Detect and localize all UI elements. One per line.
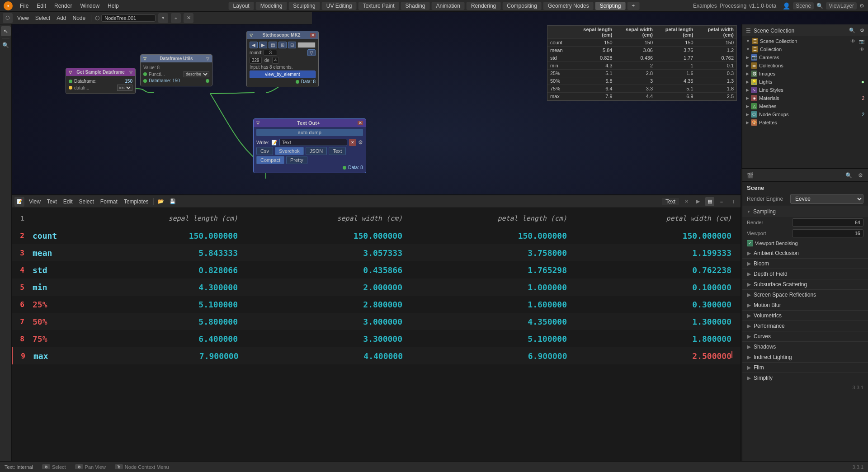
te-view-list[interactable]: ≡ <box>717 197 726 206</box>
textout-tab-sverchok[interactable]: Sverchok <box>275 147 304 155</box>
node-steth-close[interactable]: ✕ <box>310 33 316 38</box>
nodetree-close-btn[interactable]: ✕ <box>184 13 193 23</box>
ws-modeling[interactable]: Modeling <box>256 2 287 10</box>
ws-uv[interactable]: UV Editing <box>322 2 357 10</box>
ws-layout[interactable]: Layout <box>229 2 254 10</box>
node-get-sample-header[interactable]: ▽ Get Sample Dataframe ▽ <box>66 68 135 76</box>
te-select-menu[interactable]: Select <box>77 198 96 205</box>
nodetree-name-input[interactable] <box>101 14 156 22</box>
outliner-lights[interactable]: ▶ 💡 Lights ● <box>742 78 868 86</box>
steth-filter-btn[interactable]: ▽ <box>307 49 316 56</box>
te-format-menu[interactable]: Format <box>99 198 119 205</box>
textout-tab-json[interactable]: JSON <box>306 147 327 155</box>
textout-settings-btn[interactable]: ⚙ <box>358 139 363 146</box>
node-dfu-func-select[interactable]: describe <box>184 71 209 77</box>
collection-label[interactable]: Collection <box>760 47 782 52</box>
curves-section[interactable]: ▶ Curves <box>742 331 868 341</box>
view-menu[interactable]: View <box>15 15 31 21</box>
steth-btn-4[interactable]: ⊞ <box>278 42 287 48</box>
menu-render[interactable]: Render <box>51 2 75 10</box>
te-view-grid[interactable]: ▤ <box>705 197 714 206</box>
select-tool[interactable]: ↖ <box>1 26 11 36</box>
volumetrics-section[interactable]: ▶ Volumetrics <box>742 310 868 321</box>
steth-btn-2[interactable]: ▶ <box>259 42 267 48</box>
te-run-icon[interactable]: ▶ <box>693 197 703 206</box>
indirect-lighting-section[interactable]: ▶ Indirect Lighting <box>742 352 868 362</box>
render-engine-select[interactable]: Eevee Cycles <box>790 194 863 204</box>
search-icon[interactable]: 🔍 <box>816 3 823 9</box>
outliner-collections[interactable]: ▶ ☰ Collections <box>742 61 868 70</box>
ws-scripting[interactable]: Scripting <box>595 2 626 10</box>
render-value[interactable]: 64 <box>792 218 863 227</box>
ws-animation[interactable]: Animation <box>432 2 465 10</box>
scene-select[interactable]: Scene <box>793 2 814 9</box>
props-type-btn[interactable]: 🎬 <box>745 170 755 180</box>
outliner-images[interactable]: ▶ 🖼 Images <box>742 70 868 78</box>
ws-shading[interactable]: Shading <box>401 2 429 10</box>
outliner-meshes[interactable]: ▶ △ Meshes <box>742 102 868 110</box>
ws-geometry[interactable]: Geometry Nodes <box>543 2 594 10</box>
shadows-section[interactable]: ▶ Shadows <box>742 341 868 352</box>
ambient-occlusion-section[interactable]: ▶ Ambient Occlusion <box>742 248 868 258</box>
te-close-icon[interactable]: ✕ <box>682 197 691 206</box>
motion-blur-section[interactable]: ▶ Motion Blur <box>742 300 868 310</box>
nodetree-new-btn[interactable]: + <box>171 13 181 23</box>
textout-format-compact[interactable]: Compact <box>256 156 284 164</box>
processing-btn[interactable]: Processing <box>720 3 746 9</box>
node-menu[interactable]: Node <box>71 15 88 21</box>
te-view-text[interactable]: T <box>729 197 738 206</box>
steth-view-btn[interactable]: view_by_element <box>250 71 316 78</box>
textout-tab-csv[interactable]: Csv <box>256 147 273 155</box>
te-type-btn[interactable]: 📝 <box>14 197 24 207</box>
nodetree-browse-btn[interactable]: ▾ <box>158 13 168 23</box>
outliner-materials[interactable]: ▶ ◈ Materials 2 <box>742 94 868 102</box>
ws-compositing[interactable]: Compositing <box>502 2 542 10</box>
outliner-linestyles[interactable]: ▶ ∿ Line Styles <box>742 86 868 94</box>
outliner-nodegroups[interactable]: ▶ ⬡ Node Groups 2 <box>742 110 868 118</box>
node-textout-close[interactable]: ✕ <box>358 121 363 125</box>
viewport-value[interactable]: 16 <box>792 229 863 237</box>
ws-rendering[interactable]: Rendering <box>467 2 500 10</box>
editor-type-btn[interactable]: ⬡ <box>3 13 13 23</box>
node-textout-header[interactable]: ▽ Text Out+ ✕ <box>254 119 366 127</box>
menu-window[interactable]: Window <box>76 2 103 10</box>
sampling-header[interactable]: ▼ Sampling <box>742 206 868 217</box>
ssr-section[interactable]: ▶ Screen Space Reflections <box>742 289 868 300</box>
menu-file[interactable]: File <box>16 2 32 10</box>
textout-autodump-btn[interactable]: auto dump <box>256 129 363 136</box>
node-gs-iris-select[interactable]: iris <box>117 85 132 91</box>
outliner-palettes[interactable]: ▶ 🎨 Palettes <box>742 118 868 127</box>
outliner-cameras[interactable]: ▶ 📷 Cameras <box>742 53 868 61</box>
te-edit-menu[interactable]: Edit <box>61 198 75 205</box>
ws-sculpting[interactable]: Sculpting <box>288 2 320 10</box>
node-steth-header[interactable]: ▽ Stethoscope MK2 ✕ <box>247 31 318 39</box>
te-tab-name[interactable]: Text <box>662 198 679 205</box>
simplify-section[interactable]: ▶ Simplify <box>742 373 868 383</box>
bloom-section[interactable]: ▶ Bloom <box>742 258 868 269</box>
ws-texture[interactable]: Texture Paint <box>358 2 399 10</box>
te-view-menu[interactable]: View <box>27 198 42 205</box>
depth-of-field-section[interactable]: ▶ Depth of Field <box>742 269 868 279</box>
outliner-search-icon[interactable]: 🔍 <box>849 28 855 33</box>
denoising-checkbox[interactable]: ✓ <box>747 240 753 246</box>
examples-btn[interactable]: Examples <box>693 3 717 9</box>
node-df-utils-filter-icon[interactable]: ▽ <box>206 57 209 61</box>
textout-close-btn[interactable]: ✕ <box>349 139 356 146</box>
te-open-icon[interactable]: 📂 <box>156 197 165 206</box>
menu-edit[interactable]: Edit <box>33 2 50 10</box>
node-df-utils-header[interactable]: ▽ Dataframe Utils ▽ <box>141 55 212 62</box>
steth-btn-1[interactable]: ◀ <box>250 42 258 48</box>
add-menu[interactable]: Add <box>55 15 68 21</box>
subsurface-scattering-section[interactable]: ▶ Subsurface Scattering <box>742 279 868 289</box>
props-filter-btn[interactable]: ⚙ <box>855 170 865 180</box>
viewlayer-select[interactable]: ViewLayer <box>826 2 857 9</box>
te-save-icon[interactable]: 💾 <box>168 197 177 206</box>
zoom-in-btn[interactable]: 🔍 <box>1 40 11 50</box>
steth-btn-3[interactable]: ▤ <box>269 42 277 48</box>
steth-color-input[interactable] <box>297 42 316 48</box>
textout-format-pretty[interactable]: Pretty <box>286 156 307 164</box>
performance-section[interactable]: ▶ Performance <box>742 321 868 331</box>
te-templates-menu[interactable]: Templates <box>122 198 151 205</box>
film-section[interactable]: ▶ Film <box>742 362 868 373</box>
menu-help[interactable]: Help <box>104 2 123 10</box>
